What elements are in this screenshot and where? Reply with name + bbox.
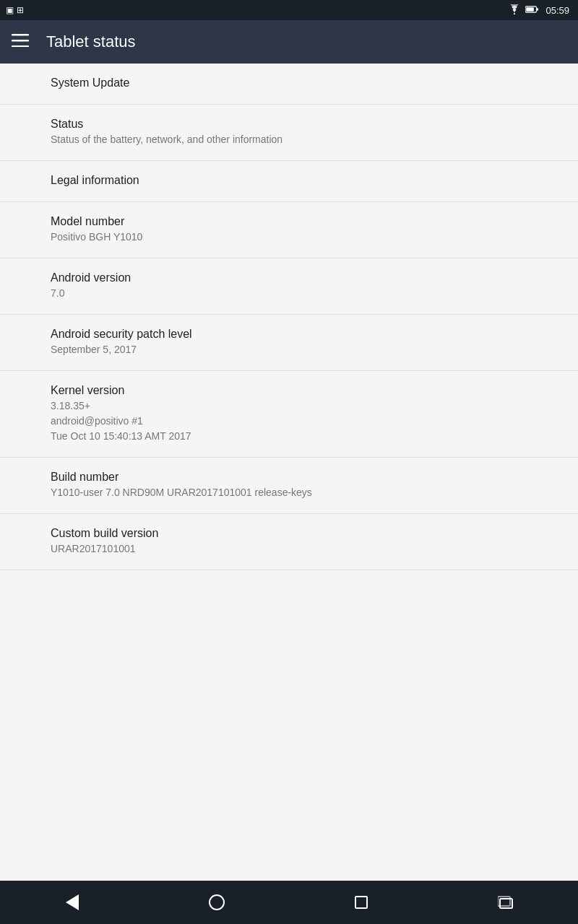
status-bar: ▣ ⊞ 05:59 [0,0,578,20]
item-title-kernel-version: Kernel version [51,384,527,397]
toolbar: Tablet status [0,20,578,64]
image-icon: ⊞ [17,5,24,15]
list-item-android-version[interactable]: Android version7.0 [0,258,578,315]
bottom-nav [0,881,578,924]
list-item-system-update[interactable]: System Update [0,64,578,105]
back-icon [66,894,79,910]
menu-icon[interactable] [12,34,29,50]
list-item-kernel-version[interactable]: Kernel version3.18.35+ android@positivo … [0,371,578,458]
back-button[interactable] [51,881,94,924]
list-item-android-security-patch-level[interactable]: Android security patch levelSeptember 5,… [0,315,578,371]
item-subtitle-custom-build-version: URAR2017101001 [51,541,527,557]
item-title-status: Status [51,118,527,131]
toolbar-title: Tablet status [46,32,136,51]
content-list: System UpdateStatusStatus of the battery… [0,64,578,881]
status-right-icons: 05:59 [508,4,569,17]
svg-rect-4 [12,34,29,36]
item-title-legal-information: Legal information [51,174,527,187]
wifi-icon [508,4,521,17]
item-subtitle-android-version: 7.0 [51,286,527,301]
list-item-custom-build-version[interactable]: Custom build versionURAR2017101001 [0,514,578,570]
svg-rect-5 [12,40,29,42]
item-title-android-security-patch-level: Android security patch level [51,328,527,341]
item-subtitle-build-number: Y1010-user 7.0 NRD90M URAR2017101001 rel… [51,485,527,500]
home-icon [209,894,225,910]
item-title-model-number: Model number [51,215,527,228]
status-left-icons: ▣ ⊞ [6,5,24,15]
recents-button[interactable] [340,881,383,924]
list-item-model-number[interactable]: Model numberPositivo BGH Y1010 [0,202,578,258]
item-subtitle-kernel-version: 3.18.35+ android@positivo #1 Tue Oct 10 … [51,398,527,444]
item-title-system-update: System Update [51,77,527,90]
item-title-custom-build-version: Custom build version [51,527,527,540]
overview-icon [498,896,514,909]
home-button[interactable] [195,881,238,924]
item-title-android-version: Android version [51,271,527,284]
sim-icon: ▣ [6,5,14,15]
item-title-build-number: Build number [51,471,527,484]
battery-icon [525,5,538,16]
list-item-status[interactable]: StatusStatus of the battery, network, an… [0,105,578,161]
svg-rect-3 [537,8,538,10]
status-time: 05:59 [545,5,569,16]
recents-icon [355,896,368,909]
item-subtitle-android-security-patch-level: September 5, 2017 [51,342,527,357]
overview-button[interactable] [484,881,527,924]
item-subtitle-model-number: Positivo BGH Y1010 [51,230,527,245]
list-item-build-number[interactable]: Build numberY1010-user 7.0 NRD90M URAR20… [0,458,578,514]
item-subtitle-status: Status of the battery, network, and othe… [51,132,527,147]
svg-rect-2 [527,7,535,12]
svg-rect-6 [12,45,29,47]
list-item-legal-information[interactable]: Legal information [0,161,578,202]
